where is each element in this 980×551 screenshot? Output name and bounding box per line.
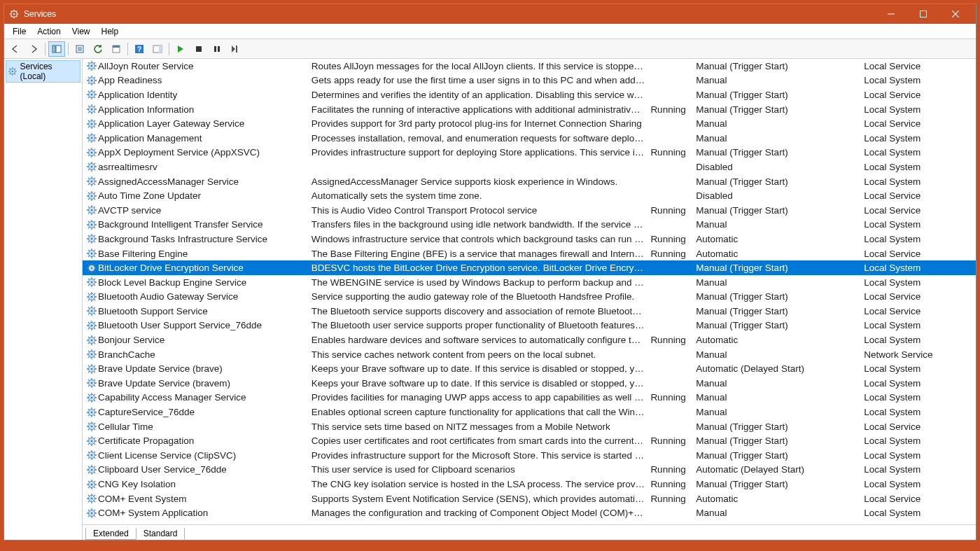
titlebar[interactable]: Services [4,4,976,24]
service-logon-as: Local System [864,162,976,172]
gear-icon [86,89,97,100]
service-description: Provides support for 3rd party protocol … [312,118,651,129]
svg-point-41 [90,223,92,225]
menubar: File Action View Help [4,24,976,39]
service-logon-as: Local System [864,104,976,115]
service-row[interactable]: AVCTP serviceThis is Audio Video Control… [83,203,976,218]
svg-point-67 [90,411,92,413]
list-pane: AllJoyn Router ServiceRoutes AllJoyn mes… [83,59,976,540]
service-row[interactable]: Bluetooth Support ServiceThe Bluetooth s… [83,304,976,319]
gear-icon [86,407,97,418]
service-startup-type: Automatic (Delayed Start) [696,363,864,374]
service-row[interactable]: AllJoyn Router ServiceRoutes AllJoyn mes… [83,59,976,74]
service-row[interactable]: Client License Service (ClipSVC)Provides… [83,448,976,463]
svg-point-81 [90,512,92,514]
service-startup-type: Manual (Trigger Start) [696,291,864,302]
tab-standard[interactable]: Standard [136,528,186,540]
service-startup-type: Automatic [696,335,864,345]
service-description: Manages the configuration and tracking o… [312,508,651,518]
menu-action[interactable]: Action [31,25,66,38]
service-startup-type: Manual [696,407,864,417]
gear-icon [86,363,97,375]
service-description: Automatically sets the system time zone. [312,190,651,201]
gear-icon [86,132,97,144]
gear-icon [8,67,18,76]
service-row[interactable]: CaptureService_76ddeEnables optional scr… [83,405,976,419]
service-row[interactable]: Brave Update Service (bravem)Keeps your … [83,376,976,391]
service-startup-type: Disabled [696,162,864,172]
service-icon [83,464,98,475]
service-row[interactable]: Bluetooth Audio Gateway ServiceService s… [83,290,976,305]
service-startup-type: Manual [696,508,864,518]
close-button[interactable] [939,4,972,24]
menu-file[interactable]: File [7,25,31,38]
service-icon [83,349,98,360]
service-icon [83,277,98,288]
service-row[interactable]: Clipboard User Service_76ddeThis user se… [83,463,976,477]
service-row[interactable]: Cellular TimeThis service sets time base… [83,419,976,434]
tree-node-services-local[interactable]: Services (Local) [6,60,80,83]
service-row[interactable]: BitLocker Drive Encryption ServiceBDESVC… [83,260,976,275]
service-row[interactable]: Brave Update Service (brave)Keeps your B… [83,361,976,376]
service-row[interactable]: COM+ System ApplicationManages the confi… [83,505,976,520]
start-service-button[interactable] [172,41,189,57]
service-row[interactable]: App ReadinessGets apps ready for use the… [83,74,976,88]
service-logon-as: Local Service [864,421,976,432]
services-list[interactable]: AllJoyn Router ServiceRoutes AllJoyn mes… [83,59,976,524]
service-name: Auto Time Zone Updater [98,190,312,201]
gear-icon [86,176,97,187]
pause-service-button[interactable] [209,41,225,57]
service-icon [83,363,98,375]
forward-button[interactable] [25,41,42,57]
service-row[interactable]: Application InformationFacilitates the r… [83,102,976,117]
service-row[interactable]: Application IdentityDetermines and verif… [83,88,976,102]
service-row[interactable]: Background Tasks Infrastructure ServiceW… [83,232,976,246]
service-row[interactable]: CNG Key IsolationThe CNG key isolation s… [83,477,976,491]
stop-service-button[interactable] [190,41,207,57]
menu-view[interactable]: View [66,25,96,38]
service-row[interactable]: Application Layer Gateway ServiceProvide… [83,116,976,131]
service-startup-type: Automatic [696,249,864,259]
tab-extended[interactable]: Extended [85,528,136,540]
properties-button[interactable] [108,41,125,57]
svg-point-73 [90,454,92,456]
service-status: Running [650,234,696,244]
service-description: Transfers files in the background using … [312,219,651,230]
service-row[interactable]: AssignedAccessManager ServiceAssignedAcc… [83,174,976,189]
service-logon-as: Local Service [864,118,976,129]
tree-pane[interactable]: Services (Local) [4,59,83,540]
service-icon [83,392,98,403]
help-button[interactable]: ? [131,41,148,57]
service-row[interactable]: asrrealtimesrvDisabledLocal System [83,160,976,174]
service-description: Provides infrastructure support for the … [312,450,651,461]
refresh-button[interactable] [90,41,106,57]
service-icon [83,435,98,447]
gear-icon [86,263,97,274]
restart-service-button[interactable] [227,41,244,57]
maximize-button[interactable] [907,4,939,24]
service-row[interactable]: Background Intelligent Transfer ServiceT… [83,218,976,232]
service-row[interactable]: Certificate PropagationCopies user certi… [83,433,976,448]
service-row[interactable]: Base Filtering EngineThe Base Filtering … [83,246,976,261]
service-row[interactable]: AppX Deployment Service (AppXSVC)Provide… [83,146,976,160]
service-logon-as: Local System [864,435,976,446]
service-row[interactable]: Bluetooth User Support Service_76ddeThe … [83,319,976,333]
menu-help[interactable]: Help [96,25,125,38]
service-row[interactable]: Bonjour ServiceEnables hardware devices … [83,333,976,347]
service-row[interactable]: Application ManagementProcesses installa… [83,131,976,146]
service-name: CaptureService_76dde [98,407,312,417]
service-status: Running [650,464,696,475]
show-hide-action-pane-button[interactable] [149,41,166,57]
service-row[interactable]: Block Level Backup Engine ServiceThe WBE… [83,275,976,290]
service-row[interactable]: COM+ Event SystemSupports System Event N… [83,491,976,506]
export-list-button[interactable] [71,41,88,57]
minimize-button[interactable] [875,4,907,24]
back-button[interactable] [7,41,24,57]
show-hide-tree-button[interactable] [48,41,65,57]
service-description: Determines and verifies the identity of … [312,90,651,100]
service-startup-type: Manual (Trigger Start) [696,176,864,187]
service-row[interactable]: Capability Access Manager ServiceProvide… [83,391,976,405]
service-icon [83,89,98,100]
service-row[interactable]: Auto Time Zone UpdaterAutomatically sets… [83,188,976,203]
service-row[interactable]: BranchCacheThis service caches network c… [83,347,976,362]
